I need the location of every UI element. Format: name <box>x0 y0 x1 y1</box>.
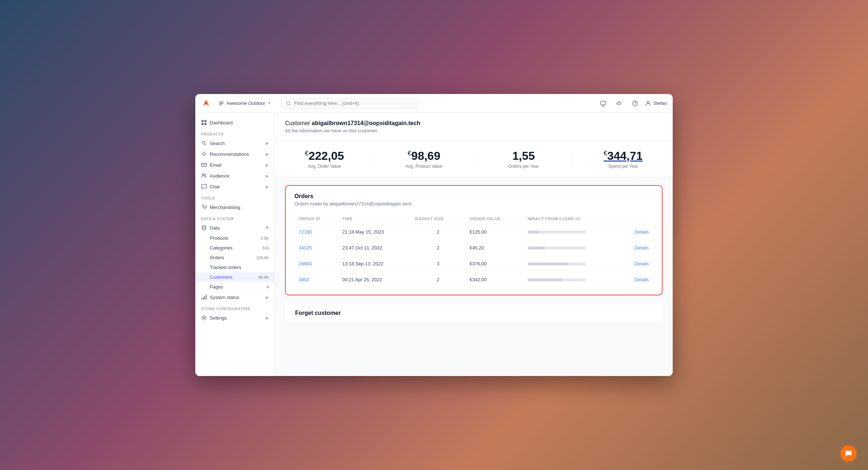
svg-point-17 <box>203 209 204 209</box>
table-row: 72180 21:18 May 15, 2023 2 €125,00 Detai… <box>294 224 653 240</box>
sidebar-item-system-status[interactable]: System status ▶ <box>195 292 275 303</box>
order-link[interactable]: 3902 <box>299 277 309 282</box>
svg-rect-12 <box>204 123 207 125</box>
orders-table: ORDER ID TIME BASKET SIZE ORDER VALUE IM… <box>294 214 653 287</box>
email-arrow: ▶ <box>266 163 269 167</box>
announcements-icon[interactable] <box>613 98 625 109</box>
main-layout: Dashboard PRODUCTS Search ▶ <box>195 113 673 376</box>
sidebar-item-settings[interactable]: Settings ▶ <box>195 312 275 323</box>
help-icon[interactable] <box>629 98 641 109</box>
customer-description: All the information we have on this cust… <box>285 128 663 133</box>
avg-order-value: €222,05 <box>282 150 367 162</box>
dashboard-icon <box>201 120 207 125</box>
sidebar-item-merchandising[interactable]: Merchandising <box>195 202 275 213</box>
table-header-row: ORDER ID TIME BASKET SIZE ORDER VALUE IM… <box>294 214 653 224</box>
stat-spend-per-year: €344,71 Spend per Year <box>574 150 673 169</box>
table-row: 34025 23:47 Oct 11, 2022 2 €45,20 Detail… <box>294 240 653 256</box>
sidebar-sub-pages[interactable]: Pages 4 <box>195 282 275 292</box>
settings-icon <box>201 315 207 321</box>
store-config-label: STORE CONFIGURATION <box>195 303 275 312</box>
col-time: TIME <box>338 214 410 224</box>
sidebar-sub-orders[interactable]: Orders 129.0K <box>195 253 275 262</box>
impact-cell <box>523 240 620 256</box>
details-cell: Details <box>620 256 653 272</box>
order-link[interactable]: 72180 <box>299 229 312 235</box>
search-label: Search <box>210 141 225 146</box>
order-id-cell: 28983 <box>294 256 338 272</box>
tools-section-label: TOOLS <box>195 192 275 202</box>
recommendations-icon <box>201 151 207 157</box>
col-order-id: ORDER ID <box>294 214 338 224</box>
customer-title: Customer abigailbrown17314@oopsiditagain… <box>285 120 663 127</box>
details-cell: Details <box>620 272 653 288</box>
svg-rect-0 <box>219 102 224 102</box>
avg-product-value-label: Avg. Product Value <box>382 164 466 169</box>
svg-point-7 <box>635 104 636 105</box>
impact-bar-container <box>528 231 586 234</box>
time-cell: 00:21 Apr 25, 2022 <box>338 272 410 288</box>
time-cell: 21:18 May 15, 2023 <box>338 224 410 240</box>
chat-icon <box>201 184 207 189</box>
stat-orders-per-year: 1,55 Orders per Year <box>474 150 574 169</box>
svg-point-19 <box>202 226 206 227</box>
sidebar-item-email[interactable]: Email ▶ <box>195 159 275 170</box>
search-arrow: ▶ <box>266 141 269 145</box>
sidebar-item-search[interactable]: Search ▶ <box>195 138 275 149</box>
sidebar-item-data[interactable]: Data ▶ <box>195 222 275 233</box>
col-impact: IMPACT FROM CLERK.IO <box>523 214 620 224</box>
impact-bar-container <box>528 247 586 249</box>
chat-bubble[interactable] <box>841 445 856 461</box>
sidebar-sub-categories[interactable]: Categories 316 <box>195 243 275 253</box>
details-link[interactable]: Details <box>634 261 649 266</box>
details-link[interactable]: Details <box>634 245 649 251</box>
settings-arrow: ▶ <box>266 316 269 320</box>
order-id-cell: 34025 <box>294 240 338 256</box>
sidebar-item-chat[interactable]: Chat ▶ <box>195 181 275 192</box>
audience-icon <box>201 173 207 179</box>
impact-bar <box>528 262 568 265</box>
impact-bar-container <box>528 262 586 265</box>
user-menu[interactable]: Stefan <box>645 101 667 106</box>
merchandising-label: Merchandising <box>210 205 241 210</box>
order-link[interactable]: 34025 <box>299 245 312 251</box>
order-value-cell: €125,00 <box>465 224 523 240</box>
orders-per-year-value: 1,55 <box>481 150 566 162</box>
dashboard-label: Dashboard <box>210 120 233 125</box>
details-link[interactable]: Details <box>634 229 649 235</box>
order-value-cell: €376,00 <box>465 256 523 272</box>
store-selector[interactable]: Awesome Outdoor ▼ <box>216 99 274 108</box>
global-search-input[interactable] <box>294 101 414 106</box>
time-cell: 23:47 Oct 11, 2022 <box>338 240 410 256</box>
sidebar-item-dashboard[interactable]: Dashboard <box>195 117 275 128</box>
basket-size-cell: 2 <box>411 272 465 288</box>
data-arrow: ▶ <box>265 226 269 229</box>
svg-rect-10 <box>204 120 207 122</box>
time-cell: 13:18 Sep 13, 2022 <box>338 256 410 272</box>
topbar: Awesome Outdoor ▼ <box>195 94 673 113</box>
svg-rect-23 <box>206 295 207 300</box>
sidebar-sub-products[interactable]: Products 3.3K <box>195 233 275 243</box>
app-window: Awesome Outdoor ▼ <box>195 94 673 376</box>
table-row: 28983 13:18 Sep 13, 2022 3 €376,00 Detai… <box>294 256 653 272</box>
chat-arrow: ▶ <box>266 185 269 189</box>
details-link[interactable]: Details <box>634 277 649 282</box>
content-inner: Orders Orders made by abigailbrown17314@… <box>275 178 673 331</box>
stat-avg-product-value: €98,69 Avg. Product Value <box>374 150 474 169</box>
global-search[interactable] <box>281 98 418 109</box>
topbar-right: Stefan <box>597 98 667 109</box>
sidebar-sub-customers[interactable]: Customers 40.0K <box>195 272 275 282</box>
order-link[interactable]: 28983 <box>299 261 312 266</box>
sidebar-sub-tracked-orders[interactable]: Tracked orders <box>195 262 275 272</box>
orders-per-year-label: Orders per Year <box>481 164 566 169</box>
impact-cell <box>523 272 620 288</box>
svg-rect-22 <box>204 296 205 300</box>
impact-cell <box>523 256 620 272</box>
sidebar-item-recommendations[interactable]: Recommendations ▶ <box>195 149 275 159</box>
svg-rect-1 <box>219 103 224 104</box>
sidebar: Dashboard PRODUCTS Search ▶ <box>195 113 275 376</box>
merchandising-icon <box>201 204 207 210</box>
sidebar-item-audience[interactable]: Audience ▶ <box>195 170 275 181</box>
notifications-icon[interactable] <box>597 98 609 109</box>
customer-header: Customer abigailbrown17314@oopsiditagain… <box>275 113 673 141</box>
app-logo[interactable] <box>201 98 211 108</box>
